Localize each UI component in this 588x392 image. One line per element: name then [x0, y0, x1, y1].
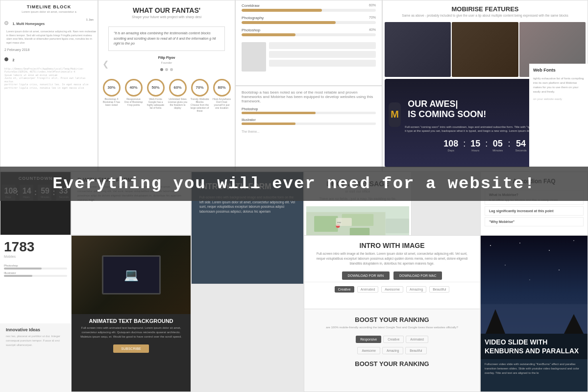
carousel-dot-3[interactable]	[170, 68, 173, 71]
cd-colon-3: :	[507, 139, 511, 152]
faq-question-3: "Why Mobirise"	[489, 220, 579, 223]
tab-amazing[interactable]: Amazing	[406, 286, 426, 293]
faq-item-3[interactable]: "Why Mobirise"	[485, 217, 584, 226]
cd-minutes-label: Minutes	[492, 149, 503, 152]
skill-row-3: Photoshop 40%	[236, 25, 382, 40]
fantasies-sub: Shape your future web project with sharp…	[98, 15, 235, 24]
stat-label-1: Bootstrap 4	[102, 98, 122, 100]
skill-bar-fill-1	[242, 9, 322, 12]
night-background	[481, 236, 588, 334]
cd-seconds: 54 Seconds	[515, 139, 526, 152]
big-number-label: Mobiles	[4, 255, 67, 258]
download-mac-button[interactable]: DOWNLOAD FOR MAC	[393, 271, 442, 280]
carousel-dot-1[interactable]	[160, 68, 163, 71]
cd-minutes: 05 Minutes	[492, 139, 503, 152]
bar-row-ps: Photoshop	[4, 264, 67, 270]
carousel-dot-2[interactable]	[165, 68, 168, 71]
svg-point-9	[549, 250, 550, 251]
skill-bar-ps-fill	[242, 112, 316, 114]
stat-desc-3: Google has a highly adequate list of fon…	[146, 100, 166, 109]
stat-responsive: 40% Responsive One of Bootstrap 4 top po…	[124, 79, 144, 112]
stat-desc-4: License gives you the freedom to deploy	[168, 100, 188, 109]
stat-bootstrap: 30% Bootstrap 4 Bootstrap 4 has been not…	[102, 79, 122, 112]
cd-days-label: Days	[443, 149, 458, 152]
stat-trendy: 70% Trendy Website Blocks Choose from th…	[190, 79, 210, 112]
prev-arrow-icon[interactable]: ❮	[102, 59, 109, 69]
tab-creative[interactable]: Creative	[335, 286, 354, 293]
subscribe-button[interactable]: SUBSCRIBE	[113, 344, 148, 353]
skill-bar-fill-3	[242, 33, 295, 36]
stat-desc-6: Don't host yourself in just one location	[212, 100, 232, 109]
stat-webfonts: 50% Web Fonts Google has a highly adequa…	[146, 79, 166, 112]
input-field-1[interactable]	[269, 42, 376, 49]
animated-text-content: ANIMATED TEXT BACKGROUND Full-screen int…	[72, 314, 191, 357]
timeline-url-text: http://Demos/EmaProjectFr/AppDemo/Local/…	[0, 65, 98, 92]
stat-circle-5: 70%	[191, 79, 209, 97]
video-slide-text: Fullscreen video slide with outstanding …	[481, 359, 588, 378]
skill-bar-ill-fill	[242, 122, 295, 125]
tile-animated-text-bg: 💻 ANIMATED TEXT BACKGROUND Full-screen i…	[71, 235, 191, 392]
tile-skills-top: Coreldraw 60% Photography 70% Photoshop …	[235, 0, 382, 86]
faq-item-2[interactable]: Lag significantly increased at this poin…	[485, 206, 584, 216]
skills-section-label: Bootstrap a has been noted as one of the…	[236, 86, 382, 105]
bar-label-ill: Illustrator	[4, 271, 67, 274]
cd-colon-1: :	[462, 139, 466, 152]
boost-tab-beautiful[interactable]: Beautiful	[405, 347, 426, 354]
bar-fill-ps	[4, 268, 42, 270]
cd-hours: 15 Hours	[470, 139, 480, 152]
skill-pct-2: 70%	[369, 16, 376, 21]
skill-name-3: Photoshop	[242, 28, 260, 32]
stat-desc-2: One of Bootstrap 4 top points	[124, 100, 144, 106]
stat-desc-5: Choose from the large selection of those	[190, 103, 210, 112]
tile-video-slide: VIDEO SLIDE WITH KENBURNS AND PARALLAX F…	[480, 235, 588, 392]
skill-bar-bg-2	[242, 21, 376, 24]
skill-bar-bg-3	[242, 33, 376, 36]
timeline-item-2: 2	[0, 52, 98, 65]
laptop-screen: 💻	[102, 255, 161, 294]
skill-name-2: Photography	[242, 16, 264, 20]
theme-label: The theme...	[236, 127, 382, 136]
skill-bar-fill-2	[242, 21, 336, 24]
stat-label-5: Trendy Website Blocks	[190, 98, 210, 103]
svg-point-7	[490, 245, 491, 246]
boost-tab-animated[interactable]: Animated	[406, 336, 428, 343]
timeline-text-1: Lorem ipsum dolor sit amet, consectetur …	[0, 29, 98, 45]
video-slide-title: VIDEO SLIDE WITH KENBURNS AND PARALLAX	[481, 334, 588, 359]
timeline-step-1: 1 Jan	[86, 18, 94, 21]
stat-circle-4: 60%	[169, 79, 187, 97]
tab-animated[interactable]: Animated	[357, 286, 379, 293]
boost-ranking-title: BOOST YOUR RANKING	[304, 309, 480, 325]
skill-bar-bg-1	[242, 9, 376, 12]
tab-awesome[interactable]: Awesome	[381, 286, 403, 293]
input-field-2[interactable]	[269, 51, 376, 58]
boost-tab-responsive[interactable]: Responsive	[356, 336, 381, 343]
cd-seconds-num: 54	[516, 139, 526, 148]
svg-point-10	[573, 240, 574, 241]
input-field-3[interactable]	[269, 60, 376, 67]
download-buttons: DOWNLOAD FOR WIN DOWNLOAD FOR MAC	[304, 270, 480, 282]
stat-label-6: Host Anywhere	[212, 98, 232, 100]
stars-svg	[481, 236, 588, 334]
cd-seconds-label: Seconds	[515, 149, 526, 152]
stat-label-2: Responsive	[124, 98, 144, 100]
form-fields-area	[236, 40, 382, 74]
svg-point-11	[505, 265, 506, 266]
skill-row-ill: Illustrator	[236, 116, 382, 127]
cd-hours-label: Hours	[470, 149, 480, 152]
bar-label-ps: Photoshop	[4, 264, 67, 267]
boost-tab-creative[interactable]: Creative	[383, 336, 404, 343]
boost-tab-awesome[interactable]: Awesome	[357, 347, 380, 354]
fantasies-header: WHAT OUR FANTAS'	[98, 0, 235, 15]
cd-days-num: 108	[443, 139, 458, 148]
profile-image-placeholder	[242, 42, 266, 72]
cd-minutes-num: 05	[493, 139, 503, 148]
subscribe-button-area: SUBSCRIBE	[76, 343, 186, 353]
boost-tab-amazing[interactable]: Amazing	[382, 347, 403, 354]
skill-bar-ill-bg	[242, 122, 376, 125]
bar-bg-ps	[4, 268, 67, 270]
tab-beautiful[interactable]: Beautiful	[429, 286, 449, 293]
stat-desc-1: Bootstrap 4 has been noted	[102, 100, 122, 106]
download-win-button[interactable]: DOWNLOAD FOR WIN	[342, 271, 390, 280]
innovative-title: Innovative Ideas	[6, 327, 68, 332]
video-slide-content: VIDEO SLIDE WITH KENBURNS AND PARALLAX F…	[481, 334, 588, 378]
